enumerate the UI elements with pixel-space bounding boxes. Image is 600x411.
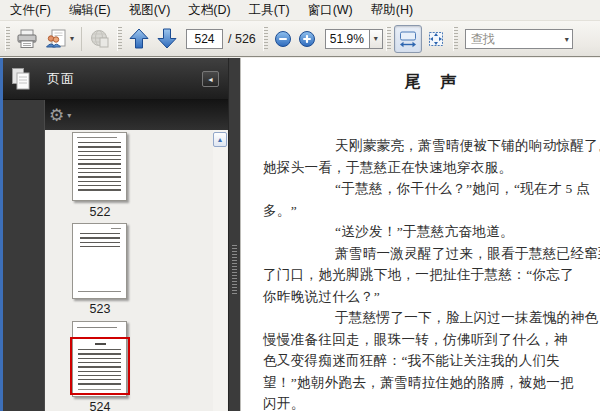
- fit-width-button[interactable]: [394, 25, 422, 53]
- fit-page-icon: [427, 30, 445, 48]
- collapse-panel-button[interactable]: ◄: [202, 71, 219, 87]
- resize-grip-icon[interactable]: [232, 245, 237, 295]
- collaborate-people-icon: [44, 29, 68, 49]
- toolbar-grip[interactable]: [117, 27, 122, 51]
- zoom-in-icon: [298, 30, 316, 48]
- find-input[interactable]: [465, 29, 573, 49]
- page-total-label: / 526: [228, 32, 256, 46]
- app-body: 页面 ◄ ⚙ ▾: [0, 58, 600, 411]
- zoom-out-button[interactable]: [271, 25, 295, 53]
- toolbar-grip[interactable]: [453, 27, 458, 51]
- thumbnail-panel: ⚙ ▾ 522: [45, 100, 228, 411]
- current-view-indicator[interactable]: [70, 337, 130, 395]
- toolbar-grip[interactable]: [386, 27, 391, 51]
- scroll-up-icon: ▲: [217, 136, 224, 143]
- thumb-text-decoration: [77, 137, 117, 138]
- text-line: “送沙发！”于慧慈亢奋地道。: [263, 221, 598, 243]
- text-line: 了门口，她光脚跳下地，一把扯住于慧慈：“你忘了: [263, 264, 598, 286]
- text-line: 闪开。: [263, 393, 598, 411]
- document-text: 天刚蒙蒙亮，萧雪晴便被下铺的响动惊醒了。 她探头一看，于慧慈正在快速地穿衣服。 …: [241, 135, 600, 411]
- page-number-input[interactable]: [186, 29, 223, 49]
- panel-title: 页面: [47, 70, 75, 88]
- gear-icon[interactable]: ⚙: [49, 107, 64, 124]
- pages-sidebar: 页面 ◄ ⚙ ▾: [3, 58, 228, 411]
- printer-icon: [16, 29, 38, 49]
- thumbnail-page-523[interactable]: [72, 223, 127, 299]
- text-line: 她探头一看，于慧慈正在快速地穿衣服。: [263, 157, 598, 179]
- thumbnail-label: 523: [58, 302, 142, 316]
- text-line: 色又变得痴迷而狂醉：“我不能让关注我的人们失: [263, 350, 598, 372]
- thumbnail-list: 522 523: [45, 130, 228, 411]
- text-line: 慢慢准备往回走，眼珠一转，仿佛听到了什么，神: [263, 329, 598, 351]
- scroll-up-button[interactable]: ▲: [213, 132, 227, 147]
- zoom-dropdown-button[interactable]: ▾: [370, 29, 383, 49]
- thumbnail-page-522[interactable]: [72, 132, 127, 201]
- menu-window[interactable]: 窗口(W): [299, 0, 362, 20]
- options-caret-icon[interactable]: ▾: [67, 111, 71, 120]
- text-line: 萧雪晴一激灵醒了过来，眼看于慧慈已经窜到: [263, 243, 598, 265]
- next-page-button[interactable]: [153, 25, 181, 53]
- pdf-reader-window: 文件(F) 编辑(E) 视图(V) 文档(D) 工具(T) 窗口(W) 帮助(H…: [0, 0, 600, 411]
- print-button[interactable]: [13, 25, 41, 53]
- toolbar-separator: [81, 27, 82, 51]
- text-line: 多。”: [263, 200, 598, 222]
- globe-disabled-icon: [89, 29, 111, 49]
- toolbar-grip[interactable]: [5, 27, 10, 51]
- document-view[interactable]: 尾 声 天刚蒙蒙亮，萧雪晴便被下铺的响动惊醒了。 她探头一看，于慧慈正在快速地穿…: [240, 58, 600, 411]
- thumb-text-decoration: [77, 327, 117, 328]
- pages-panel-header: 页面 ◄: [3, 58, 228, 100]
- text-line: 你昨晚说过什么？”: [263, 286, 598, 308]
- arrow-up-icon: [128, 27, 150, 50]
- fit-width-icon: [399, 30, 417, 48]
- toolbar: ▾: [0, 21, 600, 57]
- share-collaborate-button[interactable]: ▾: [41, 25, 77, 53]
- pages-icon: [11, 67, 31, 91]
- menu-edit[interactable]: 编辑(E): [60, 0, 120, 20]
- menu-file[interactable]: 文件(F): [1, 0, 60, 20]
- zoom-out-icon: [274, 30, 292, 48]
- share-dropdown-caret-icon: ▾: [70, 34, 74, 43]
- menu-help[interactable]: 帮助(H): [362, 0, 422, 20]
- web-capture-button: [86, 25, 114, 53]
- collapse-left-icon: ◄: [207, 76, 214, 83]
- thumb-text-decoration: [78, 291, 121, 292]
- thumb-text-decoration: [78, 142, 121, 192]
- zoom-level-input[interactable]: [325, 29, 370, 49]
- text-line: “于慧慈，你干什么？”她问，“现在才 5 点: [263, 178, 598, 200]
- panel-icon-strip: [3, 100, 45, 411]
- text-line: 望！”她朝外跑去，萧雪晴拉住她的胳膊，被她一把: [263, 372, 598, 394]
- toolbar-grip[interactable]: [263, 27, 268, 51]
- fit-page-button[interactable]: [422, 25, 450, 53]
- thumbnail-label: 522: [58, 205, 142, 219]
- thumbnail-options-row: ⚙ ▾: [45, 100, 228, 130]
- arrow-down-icon: [156, 27, 178, 50]
- panel-resize-divider[interactable]: [228, 58, 240, 411]
- previous-page-button[interactable]: [125, 25, 153, 53]
- menu-tools[interactable]: 工具(T): [240, 0, 299, 20]
- thumb-text-decoration: [111, 228, 121, 229]
- text-line: 于慧慈愣了一下，脸上闪过一抹羞愧的神色，: [263, 307, 598, 329]
- thumb-text-decoration: [80, 233, 120, 250]
- chapter-title: 尾 声: [241, 72, 600, 93]
- zoom-in-button[interactable]: [295, 25, 319, 53]
- text-line: 天刚蒙蒙亮，萧雪晴便被下铺的响动惊醒了。: [263, 135, 598, 157]
- menu-view[interactable]: 视图(V): [120, 0, 180, 20]
- thumbnail-label: 524: [58, 400, 142, 411]
- zoom-dropdown-caret-icon: ▾: [374, 34, 378, 43]
- find-box: ▾: [465, 29, 573, 49]
- menu-document[interactable]: 文档(D): [179, 0, 239, 20]
- sidebar-body: ⚙ ▾ 522: [3, 100, 228, 411]
- find-dropdown-caret-icon[interactable]: ▾: [565, 35, 569, 44]
- thumbnail-scrollbar[interactable]: ▲: [213, 130, 227, 411]
- menu-bar: 文件(F) 编辑(E) 视图(V) 文档(D) 工具(T) 窗口(W) 帮助(H…: [0, 0, 600, 21]
